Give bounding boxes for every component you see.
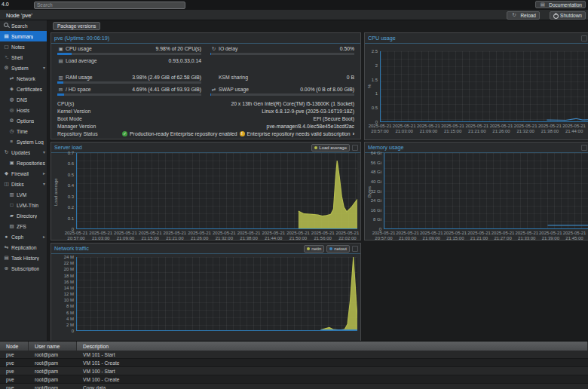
task-row[interactable]: pveroot@pamVM 100 - Start (0, 367, 588, 375)
x-tick-time: 21:56:00 (314, 236, 332, 240)
panel-expand-icon[interactable] (581, 145, 587, 151)
chevron-right-icon[interactable]: ▸ (43, 234, 45, 239)
task-row[interactable]: pveroot@pamVM 101 - Start (0, 351, 588, 359)
stat-row-ram-usage: ▥RAM usage3.98% (2.49 GiB of 62.58 GiB) (57, 74, 201, 86)
x-tick-time: 21:44:00 (265, 236, 282, 240)
sidebar-item-dns[interactable]: ◍DNS (0, 94, 47, 105)
stats-right-column: ↻IO delay0.50%KSM sharing0 B⇄SWAP usage0… (210, 45, 354, 98)
sidebar-item-system[interactable]: ⚙System▾ (0, 63, 47, 73)
y-tick-label: 16 M (51, 280, 74, 284)
task-row[interactable]: pveroot@pamVM 101 - Create (0, 359, 588, 367)
sidebar-item-updates[interactable]: ↻Updates▾ (0, 147, 47, 158)
sidebar-item-system-log[interactable]: ≡System Log (0, 136, 47, 147)
sidebar-item-shell[interactable]: >_Shell (0, 52, 47, 63)
stat-label: SWAP usage (219, 87, 249, 92)
sidebar-item-ceph[interactable]: ●Ceph▸ (0, 231, 47, 242)
info-row-kernel-version: Kernel VersionLinux 6.8.12-9-pve (2025-0… (57, 107, 354, 115)
sidebar-item-notes[interactable]: ▢Notes (0, 41, 47, 52)
hosts-icon: ◎ (8, 107, 15, 113)
sidebar-item-certificates[interactable]: ◈Certificates (0, 84, 47, 94)
sidebar-item-search[interactable]: Search (0, 20, 47, 31)
y-tick-label: 8 M (51, 304, 74, 308)
info-label: Repository Status (57, 131, 98, 136)
sidebar-item-subscription[interactable]: ⊛Subscription (0, 263, 47, 274)
x-tick-time: 20:57:00 (67, 236, 84, 240)
sidebar-item-firewall[interactable]: ◆Firewall▸ (0, 168, 47, 179)
sidebar-item-directory[interactable]: ▰Directory (0, 210, 47, 221)
progress-track (210, 53, 354, 55)
y-tick-label: 0.2 (51, 205, 74, 210)
sidebar-item-label: System Log (17, 139, 44, 145)
sidebar-item-label: Disks (11, 182, 24, 187)
legend-netin[interactable]: netin (304, 245, 324, 253)
package-versions-button[interactable]: Package versions (53, 22, 100, 30)
x-tick-time: 21:03:00 (399, 236, 416, 240)
y-tick-label: 0.5 (51, 173, 74, 177)
sidebar-item-network[interactable]: ⇄Network (0, 73, 47, 84)
legend-load-average[interactable]: Load average (311, 144, 350, 152)
shutdown-button[interactable]: Shutdown (550, 11, 586, 20)
sidebar-item-lvm[interactable]: ▥LVM (0, 189, 47, 200)
info-label: CPU(s) (57, 101, 74, 106)
y-tick-label: 10 M (51, 298, 74, 302)
panel-expand-icon[interactable] (352, 145, 358, 151)
progress-fill (210, 53, 211, 55)
info-label: Manager Version (57, 124, 96, 129)
sidebar-item-summary[interactable]: ▤Summary (0, 31, 47, 41)
sidebar-item-lvm-thin[interactable]: □LVM-Thin (0, 200, 47, 210)
sidebar-item-label: LVM-Thin (17, 203, 38, 208)
chevron-down-icon[interactable]: ▾ (43, 181, 45, 186)
chart-legend: netinnetout (304, 245, 350, 253)
node-header-bar: Node 'pve' ↻ Reload Shutdown (0, 10, 588, 20)
sidebar-item-disks[interactable]: ◫Disks▾ (0, 179, 47, 189)
chart-panel-header: Memory usage (365, 142, 588, 153)
global-search-input[interactable] (34, 2, 185, 9)
task-user: root@pam (29, 385, 77, 389)
task-row[interactable]: pveroot@pamVM 100 - Create (0, 375, 588, 384)
y-tick-label: 1 (365, 91, 378, 96)
task-description: VM 100 - Start (77, 369, 588, 374)
stat-value: 0.50% (340, 46, 354, 51)
chevron-right-icon[interactable]: ▸ (43, 170, 45, 176)
y-tick-label: 40 Gi (365, 179, 381, 184)
x-tick-time: 21:27:00 (494, 236, 511, 240)
column-header-node[interactable]: Node (0, 342, 29, 351)
panel-expand-icon[interactable] (581, 35, 587, 41)
documentation-button[interactable]: ▤ Documentation (535, 1, 586, 8)
task-description: VM 101 - Create (77, 360, 588, 366)
x-tick-time: 21:09:00 (117, 236, 134, 240)
column-header-description[interactable]: Description (77, 342, 588, 351)
task-row[interactable]: pveroot@pamCopy data (0, 384, 588, 389)
sidebar-item-hosts[interactable]: ◎Hosts (0, 105, 47, 115)
x-tick-label: 2025-05-2121:44:00 (559, 124, 588, 134)
cpu-icon: ▣ (57, 46, 64, 52)
sidebar-item-label: System (11, 66, 29, 71)
cpu-usage-panel: CPU usage%2.521.510.502025-05-2120:57:00… (364, 32, 588, 140)
chevron-down-icon[interactable]: ▾ (43, 65, 45, 70)
panel-expand-icon[interactable] (352, 246, 358, 252)
sidebar-item-task-history[interactable]: ▤Task History (0, 253, 47, 263)
sidebar-item-replication[interactable]: ⇆Replication (0, 242, 47, 253)
x-tick-time: 21:26:00 (492, 129, 510, 133)
stat-value: 0.00% (0 B of 8.00 GiB) (300, 87, 354, 92)
stat-value: 3.98% (2.49 GiB of 62.58 GiB) (132, 75, 201, 80)
updates-icon: ↻ (3, 149, 10, 155)
reload-label: Reload (520, 13, 536, 18)
progress-fill (57, 81, 63, 84)
chart-title: Server load (54, 144, 82, 151)
reload-button[interactable]: ↻ Reload (507, 11, 540, 20)
sidebar-item-zfs[interactable]: ▨ZFS (0, 221, 47, 231)
sidebar-item-options[interactable]: ⚙Options (0, 115, 47, 126)
sidebar-item-label: Updates (11, 150, 30, 155)
sidebar-item-repositories[interactable]: ▣Repositories (0, 158, 47, 168)
summary-panel: pve (Uptime: 00:06:19) ▣CPU usage9.98% o… (51, 32, 361, 139)
column-header-user-name[interactable]: User name (29, 342, 77, 351)
sidebar-item-time[interactable]: ◷Time (0, 126, 47, 136)
y-tick-label: 2.5 (365, 49, 378, 54)
y-tick-label: 24 M (51, 255, 74, 259)
hd-icon: ⊟ (57, 87, 64, 93)
chevron-down-icon[interactable]: ▾ (43, 149, 45, 155)
y-tick-label: 48 Gi (365, 170, 381, 174)
lvm-icon: ▥ (8, 191, 15, 198)
legend-netout[interactable]: netout (326, 245, 350, 253)
